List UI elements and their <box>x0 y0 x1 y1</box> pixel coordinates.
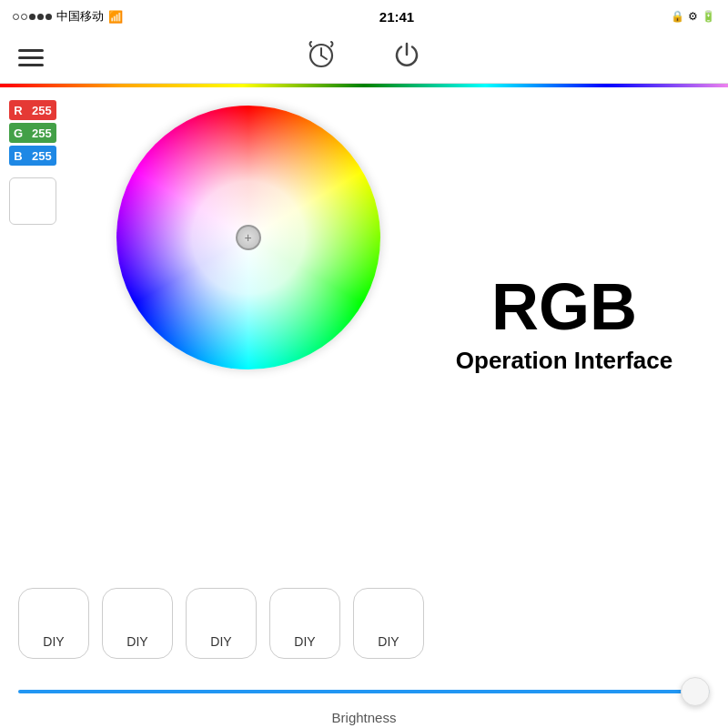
hamburger-line-1 <box>18 49 44 52</box>
diy-section: DIY DIY DIY DIY DIY <box>0 579 728 668</box>
color-preview <box>9 177 56 225</box>
status-bar: 中国移动 📶 21:41 🔒 ⚙ 🔋 <box>0 0 728 33</box>
r-value: 255 <box>27 100 56 120</box>
diy-label-2: DIY <box>126 634 147 649</box>
menu-button[interactable] <box>18 49 44 66</box>
dot-5 <box>46 14 52 20</box>
battery-icon: 🔋 <box>702 10 715 23</box>
rgb-title: RGB <box>491 274 637 339</box>
diy-label-3: DIY <box>210 634 231 649</box>
brightness-section: Brightness <box>0 668 728 728</box>
diy-button-1[interactable]: DIY <box>18 588 89 659</box>
color-wheel-wrapper[interactable]: + <box>116 106 380 369</box>
g-letter: G <box>9 123 27 143</box>
diy-button-5[interactable]: DIY <box>353 588 424 659</box>
b-letter: B <box>9 146 27 166</box>
g-label: G 255 <box>9 123 56 143</box>
main-content: R 255 G 255 B 255 + RGB Operation Interf… <box>0 87 728 579</box>
alarm-icon[interactable] <box>306 39 337 76</box>
status-time: 21:41 <box>379 9 414 25</box>
status-left: 中国移动 📶 <box>13 8 123 25</box>
operation-subtitle: Operation Interface <box>456 347 672 375</box>
hamburger-line-2 <box>18 56 44 59</box>
left-panel: R 255 G 255 B 255 <box>9 96 77 579</box>
dot-4 <box>37 14 44 20</box>
diy-button-4[interactable]: DIY <box>269 588 340 659</box>
diy-label-1: DIY <box>43 634 64 649</box>
carrier-name: 中国移动 <box>56 8 104 25</box>
status-right: 🔒 ⚙ 🔋 <box>671 10 715 23</box>
diy-label-4: DIY <box>294 634 315 649</box>
hamburger-line-3 <box>18 64 44 66</box>
signal-dots <box>13 14 52 20</box>
svg-line-2 <box>321 56 327 59</box>
r-label: R 255 <box>9 100 56 120</box>
diy-button-2[interactable]: DIY <box>102 588 173 659</box>
brightness-thumb[interactable] <box>681 677 710 706</box>
wheel-center-handle[interactable]: + <box>236 225 261 250</box>
g-value: 255 <box>27 123 56 143</box>
right-panel: RGB Operation Interface <box>419 96 710 579</box>
bluetooth-icon: ⚙ <box>688 10 698 23</box>
b-value: 255 <box>27 146 56 166</box>
diy-label-5: DIY <box>378 634 399 649</box>
power-icon[interactable] <box>391 39 422 76</box>
r-letter: R <box>9 100 27 120</box>
dot-1 <box>13 14 19 20</box>
brightness-slider-container[interactable] <box>18 675 710 708</box>
dot-3 <box>29 14 35 20</box>
diy-button-3[interactable]: DIY <box>186 588 257 659</box>
toolbar <box>0 33 728 84</box>
b-label: B 255 <box>9 146 56 166</box>
lock-icon: 🔒 <box>671 10 684 23</box>
color-wheel-container[interactable]: + <box>77 96 419 579</box>
wifi-icon: 📶 <box>108 10 123 24</box>
brightness-track[interactable] <box>18 690 710 693</box>
brightness-label: Brightness <box>18 710 710 725</box>
dot-2 <box>21 14 27 20</box>
